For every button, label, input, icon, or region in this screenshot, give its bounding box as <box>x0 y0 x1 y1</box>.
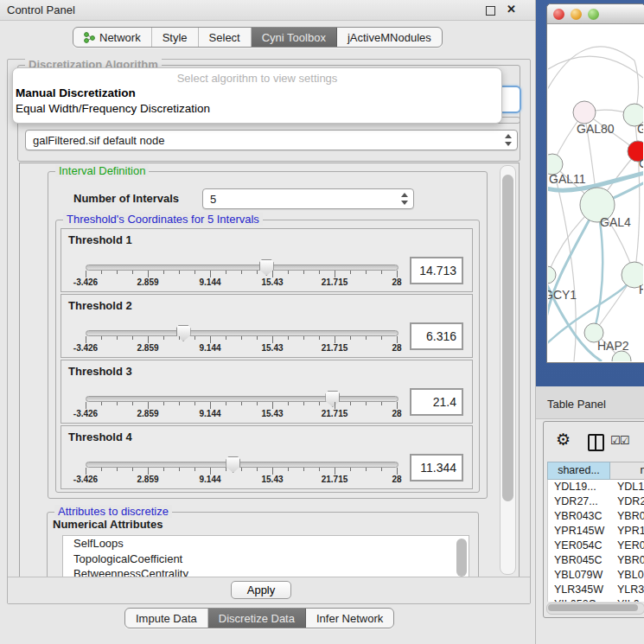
scale-label: -3.426 <box>73 409 98 418</box>
tick-mark <box>226 336 226 340</box>
threshold-value-field[interactable]: 14.713 <box>410 257 463 284</box>
slider-track[interactable] <box>86 396 399 402</box>
table-cell: YPR1 <box>611 524 644 539</box>
tick-mark <box>335 336 335 343</box>
network-edge[interactable] <box>548 47 634 98</box>
tab-jactivemnodules[interactable]: jActiveMNodules <box>337 28 442 47</box>
tick-mark <box>272 271 273 277</box>
network-icon <box>84 32 95 43</box>
tick-mark <box>397 271 398 277</box>
scale-label: 21.715 <box>322 409 348 418</box>
table-cell: YBR0 <box>611 553 644 568</box>
list-item[interactable]: SelfLoops <box>63 536 469 552</box>
scrollbar-thumb[interactable] <box>502 175 513 501</box>
threshold-box: Threshold 2-3.4262.8599.14415.4321.71528… <box>61 294 473 358</box>
tick-mark <box>179 271 180 274</box>
tab-network[interactable]: Network <box>73 28 152 47</box>
apply-button[interactable]: Apply <box>231 581 291 599</box>
table-row[interactable]: YLR345WYLR3 <box>548 583 644 597</box>
tab-infer-network[interactable]: Infer Network <box>306 609 393 628</box>
slider-track[interactable] <box>86 265 399 271</box>
numerical-attributes-list[interactable]: SelfLoopsTopologicalCoefficientBetweenne… <box>62 535 469 577</box>
scrollbar-thumb[interactable] <box>548 604 638 611</box>
tick-mark <box>241 402 242 405</box>
control-panel-window: Control Panel ✕ NetworkStyleSelectCyni T… <box>0 0 536 644</box>
table-row[interactable]: YBR045CYBR0 <box>548 553 644 568</box>
table-row[interactable]: YBR043CYBR0 <box>548 509 644 524</box>
tick-mark <box>210 336 211 343</box>
column-header[interactable]: shared... <box>547 462 610 480</box>
table-row[interactable]: YBL079WYBL0 <box>548 568 644 583</box>
tab-style[interactable]: Style <box>152 28 199 47</box>
scale-label: 2.859 <box>137 409 158 418</box>
minimize-traffic-light[interactable] <box>571 9 582 20</box>
tick-mark <box>132 271 133 274</box>
threshold-value-field[interactable]: 21.4 <box>410 388 463 416</box>
table-data-combobox[interactable]: galFiltered.sif default node <box>25 130 518 150</box>
scale-label: 9.144 <box>199 409 220 418</box>
network-canvas[interactable]: GAL80GAL11GAL4GCY1HAP2GACH <box>548 24 643 361</box>
tick-mark <box>381 468 382 471</box>
algorithm-option[interactable]: Equal Width/Frequency Discretization <box>13 101 501 117</box>
number-of-intervals-combobox[interactable]: 5 <box>202 188 414 209</box>
tick-mark <box>350 402 351 405</box>
column-header[interactable]: n <box>610 462 644 480</box>
list-item[interactable]: TopologicalCoefficient <box>63 552 469 567</box>
scale-label: 15.43 <box>261 475 283 484</box>
table-row[interactable]: YPR145WYPR1 <box>548 524 644 539</box>
algorithm-prompt: Select algorithm to view settings <box>13 71 501 86</box>
tick-mark <box>319 402 320 405</box>
zoom-traffic-light[interactable] <box>588 9 599 20</box>
node-label: GCY1 <box>548 288 577 302</box>
scale-label: 28 <box>392 475 401 484</box>
tab-label: Discretize Data <box>219 612 295 625</box>
tick-mark <box>117 271 118 274</box>
table-row[interactable]: YER054CYER0 <box>548 539 644 553</box>
close-icon[interactable]: ✕ <box>507 3 516 16</box>
scale-label: 28 <box>392 409 401 418</box>
table-cell: YBR045C <box>548 553 611 568</box>
slider-track[interactable] <box>86 462 399 468</box>
list-scrollbar[interactable] <box>456 539 467 577</box>
tick-mark <box>226 402 226 405</box>
tick-mark <box>397 468 398 475</box>
algorithm-option[interactable]: Manual Discretization <box>13 86 501 101</box>
float-window-icon[interactable] <box>486 6 495 16</box>
table-row[interactable]: YIL052CYIL0 <box>548 597 644 602</box>
columns-icon[interactable] <box>588 434 604 451</box>
tick-mark <box>257 336 258 340</box>
tick-mark <box>288 402 289 405</box>
panel-scrollbar[interactable] <box>500 165 516 575</box>
threshold-value-field[interactable]: 11.344 <box>410 454 463 481</box>
table-row[interactable]: YDR27...YDR2 <box>548 494 644 509</box>
checkboxes-icon[interactable]: ☑☑ <box>610 434 628 447</box>
network-graph[interactable]: GAL80GAL11GAL4GCY1HAP2GACH <box>548 24 643 361</box>
scale-label: -3.426 <box>73 475 98 484</box>
table-cell: YDL19... <box>548 480 611 494</box>
gear-icon[interactable]: ⚙ <box>556 430 571 450</box>
page-title: Control Panel <box>7 3 75 16</box>
node-label: H <box>639 283 643 296</box>
tick-mark <box>210 271 211 277</box>
tab-select[interactable]: Select <box>199 28 252 47</box>
table-row[interactable]: YDL19...YDL1 <box>548 480 644 494</box>
tick-mark <box>257 271 258 274</box>
scale-label: 15.43 <box>261 409 283 418</box>
tick-mark <box>319 271 320 274</box>
interval-definition-title: Interval Definition <box>55 164 149 177</box>
tab-impute-data[interactable]: Impute Data <box>125 609 208 628</box>
tick-mark <box>210 402 211 409</box>
node-table: shared...n YDL19...YDL1YDR27...YDR2YBR04… <box>547 462 644 602</box>
tick-mark <box>319 468 320 471</box>
slider-track[interactable] <box>86 330 399 336</box>
table-cell: YBR043C <box>548 509 611 524</box>
tab-cyni-toolbox[interactable]: Cyni Toolbox <box>252 28 337 47</box>
table-horizontal-scrollbar[interactable] <box>546 603 644 615</box>
threshold-value-field[interactable]: 6.316 <box>410 322 463 350</box>
tick-mark <box>163 336 164 340</box>
network-node[interactable] <box>573 101 596 124</box>
tick-mark <box>148 402 149 409</box>
tab-discretize-data[interactable]: Discretize Data <box>208 609 306 628</box>
close-traffic-light[interactable] <box>553 9 564 20</box>
network-node[interactable] <box>548 266 556 284</box>
